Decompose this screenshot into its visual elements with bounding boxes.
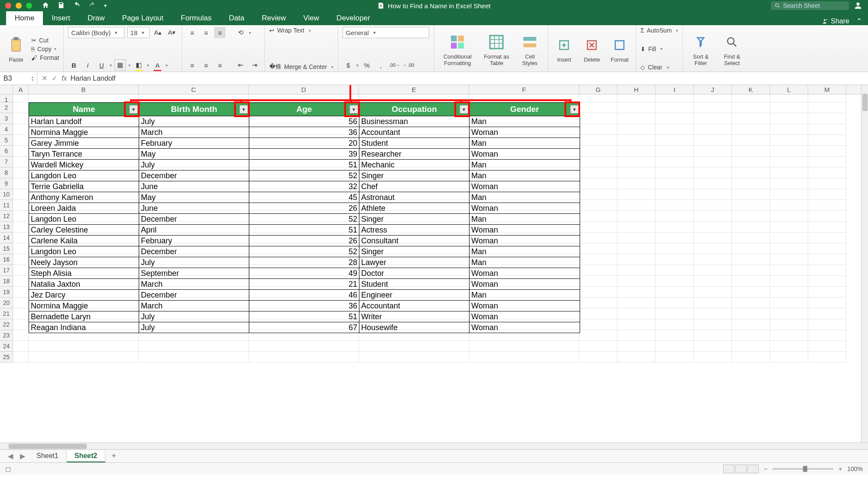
table-cell[interactable]: 52 <box>249 213 359 224</box>
column-header[interactable]: L <box>770 85 808 94</box>
format-cells-button[interactable]: Format <box>608 35 631 63</box>
italic-button[interactable]: I <box>82 59 93 71</box>
table-cell[interactable]: December <box>139 246 249 257</box>
insert-cells-button[interactable]: Insert <box>552 35 576 63</box>
table-row[interactable]: Langdon LeoDecember52SingerMan <box>29 170 580 181</box>
row-header[interactable]: 11 <box>0 200 13 211</box>
table-cell[interactable]: July <box>139 257 249 268</box>
table-cell[interactable]: Woman <box>470 268 580 278</box>
align-top-button[interactable]: ≡ <box>186 27 198 38</box>
row-header[interactable]: 6 <box>0 146 13 157</box>
table-cell[interactable]: December <box>139 289 249 300</box>
table-cell[interactable]: Singer <box>359 213 470 224</box>
wrap-text-button[interactable]: ↩Wrap Text▾ <box>269 27 333 34</box>
table-cell[interactable]: Wardell Mickey <box>29 159 139 170</box>
row-header[interactable]: 4 <box>0 124 13 135</box>
table-row[interactable]: Jez DarcyDecember46EngineerMan <box>29 289 580 300</box>
collapse-ribbon-icon[interactable]: ⌃ <box>856 17 862 25</box>
align-bottom-button[interactable]: ≡ <box>214 27 225 38</box>
table-cell[interactable]: March <box>139 278 249 289</box>
row-header[interactable]: 9 <box>0 178 13 189</box>
fill-color-button[interactable]: ◧ <box>133 59 144 71</box>
minimize-window-button[interactable] <box>16 3 22 9</box>
formula-input[interactable]: Harlan Landolf <box>70 75 868 82</box>
macro-record-icon[interactable]: ▢ <box>5 465 11 472</box>
table-cell[interactable]: Langdon Leo <box>29 246 139 257</box>
redo-icon[interactable] <box>88 1 96 10</box>
table-row[interactable]: Taryn TerranceMay39ResearcherWoman <box>29 148 580 159</box>
table-cell[interactable]: 20 <box>249 138 359 148</box>
table-cell[interactable]: Writer <box>359 311 470 322</box>
table-row[interactable]: Carley CelestineApril51ActressWoman <box>29 224 580 235</box>
ribbon-tab-view[interactable]: View <box>295 11 328 25</box>
table-cell[interactable]: Woman <box>470 127 580 138</box>
column-header[interactable]: B <box>29 85 139 94</box>
view-mode-buttons[interactable] <box>723 465 759 473</box>
table-cell[interactable]: Accountant <box>359 127 470 138</box>
conditional-formatting-button[interactable]: Conditional Formatting <box>438 32 476 66</box>
table-row[interactable]: Steph AlisiaSeptember49DoctorWoman <box>29 268 580 278</box>
table-row[interactable]: Anthony KameronMay45AstronautMan <box>29 192 580 203</box>
format-painter-button[interactable]: 🖌Format <box>31 54 59 61</box>
zoom-out-button[interactable]: − <box>764 465 767 472</box>
table-cell[interactable]: Astronaut <box>359 192 470 203</box>
copy-button[interactable]: ⎘Copy▾ <box>31 46 59 52</box>
currency-button[interactable]: $ <box>343 59 354 71</box>
table-cell[interactable]: Man <box>470 170 580 181</box>
table-header[interactable]: Age▼ <box>249 103 359 116</box>
table-row[interactable]: Harlan LandolfJuly56BusinessmanMan <box>29 116 580 127</box>
row-header[interactable]: 3 <box>0 113 13 124</box>
table-cell[interactable]: Chef <box>359 181 470 192</box>
table-cell[interactable]: Lawyer <box>359 257 470 268</box>
filter-dropdown-button[interactable]: ▼ <box>570 105 579 114</box>
table-cell[interactable]: Woman <box>470 278 580 289</box>
table-cell[interactable]: Woman <box>470 235 580 246</box>
table-row[interactable]: Neely JaysonJuly28LawyerMan <box>29 257 580 268</box>
ribbon-tab-home[interactable]: Home <box>6 11 43 25</box>
table-cell[interactable]: 51 <box>249 224 359 235</box>
decrease-decimal-button[interactable]: ←.00 <box>403 59 414 71</box>
table-cell[interactable]: July <box>139 311 249 322</box>
paste-button[interactable]: Paste <box>4 35 28 63</box>
search-sheet-input[interactable]: Search Sheet <box>771 1 849 10</box>
home-icon[interactable] <box>42 1 49 10</box>
ribbon-tab-draw[interactable]: Draw <box>79 11 114 25</box>
undo-icon[interactable] <box>73 1 81 10</box>
row-header[interactable]: 21 <box>0 308 13 319</box>
table-cell[interactable]: Housewife <box>359 322 470 333</box>
page-layout-view-button[interactable] <box>735 465 747 473</box>
table-cell[interactable]: May <box>139 192 249 203</box>
table-row[interactable]: Natalia JaxtonMarch21StudentWoman <box>29 278 580 289</box>
table-cell[interactable]: Carlene Kaila <box>29 235 139 246</box>
row-header[interactable]: 7 <box>0 157 13 167</box>
table-cell[interactable]: Woman <box>470 322 580 333</box>
table-cell[interactable]: Woman <box>470 181 580 192</box>
table-cell[interactable]: April <box>139 224 249 235</box>
table-cell[interactable]: July <box>139 116 249 127</box>
normal-view-button[interactable] <box>723 465 734 473</box>
cut-button[interactable]: ✂Cut <box>31 37 59 44</box>
table-row[interactable]: Langdon LeoDecember52SingerMan <box>29 246 580 257</box>
filter-dropdown-button[interactable]: ▼ <box>349 105 358 114</box>
table-cell[interactable]: 46 <box>249 289 359 300</box>
table-row[interactable]: Terrie GabriellaJune32ChefWoman <box>29 181 580 192</box>
comma-button[interactable]: , <box>375 59 386 71</box>
align-right-button[interactable]: ≡ <box>214 59 225 71</box>
increase-font-button[interactable]: A▴ <box>152 27 163 38</box>
column-header[interactable]: F <box>469 85 579 94</box>
table-cell[interactable]: Langdon Leo <box>29 213 139 224</box>
table-cell[interactable]: December <box>139 213 249 224</box>
table-cell[interactable]: February <box>139 138 249 148</box>
table-row[interactable]: Garey JimmieFebruary20StudentMan <box>29 138 580 148</box>
row-header[interactable]: 13 <box>0 222 13 232</box>
column-header[interactable]: C <box>139 85 249 94</box>
table-cell[interactable]: December <box>139 170 249 181</box>
percent-button[interactable]: % <box>361 59 372 71</box>
table-cell[interactable]: Taryn Terrance <box>29 148 139 159</box>
table-cell[interactable]: Woman <box>470 300 580 311</box>
bold-button[interactable]: B <box>68 59 79 71</box>
table-cell[interactable]: 39 <box>249 148 359 159</box>
table-row[interactable]: Normina MaggieMarch36AccountantWoman <box>29 300 580 311</box>
maximize-window-button[interactable] <box>26 3 32 9</box>
merge-center-button[interactable]: �條Merge & Center▾ <box>269 63 333 71</box>
